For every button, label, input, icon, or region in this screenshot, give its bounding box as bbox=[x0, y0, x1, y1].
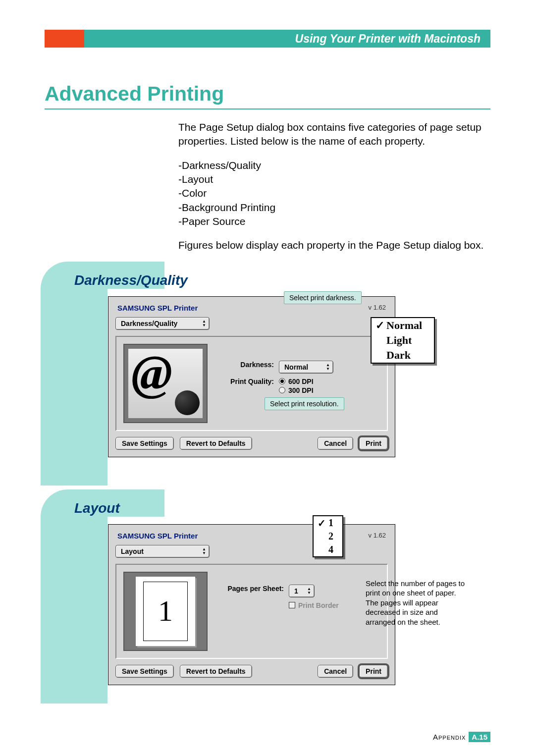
darkness-combo[interactable]: Normal ▲▼ bbox=[279, 361, 333, 374]
header-accent bbox=[45, 30, 84, 48]
preview-image: @ bbox=[123, 344, 208, 423]
cancel-button[interactable]: Cancel bbox=[318, 437, 353, 450]
pages-per-sheet-combo[interactable]: 1 ▲▼ bbox=[289, 585, 315, 597]
print-border-label: Print Border bbox=[298, 601, 339, 609]
dropdown-item-light[interactable]: Light bbox=[372, 333, 434, 348]
dialog-title: SAMSUNG SPL Printer bbox=[117, 532, 198, 540]
section-decor-side bbox=[41, 515, 107, 703]
dropdown-item-1[interactable]: 1 bbox=[314, 516, 342, 530]
revert-defaults-button[interactable]: Revert to Defaults bbox=[180, 437, 252, 450]
save-settings-button[interactable]: Save Settings bbox=[115, 437, 174, 450]
section-heading-darkness: Darkness/Quality bbox=[74, 272, 490, 288]
dropdown-item-2[interactable]: 2 bbox=[314, 530, 342, 543]
pages-per-sheet-label: Pages per Sheet: bbox=[214, 585, 284, 593]
intro-item: -Darkness/Quality bbox=[178, 159, 490, 172]
dialog-version: v 1.62 bbox=[369, 532, 386, 540]
revert-defaults-button[interactable]: Revert to Defaults bbox=[180, 665, 252, 678]
side-note-pages: Select the number of pages to print on o… bbox=[366, 579, 467, 627]
print-border-checkbox[interactable]: Print Border bbox=[289, 601, 339, 609]
radio-icon bbox=[279, 387, 285, 393]
chevron-updown-icon: ▲▼ bbox=[202, 547, 206, 555]
footer-page: 15 bbox=[479, 733, 487, 741]
darkness-dropdown-menu[interactable]: Normal Light Dark bbox=[371, 317, 435, 364]
checkbox-icon bbox=[289, 602, 295, 608]
cancel-button[interactable]: Cancel bbox=[318, 665, 353, 678]
intro-p1: The Page Setup dialog box contains five … bbox=[178, 120, 490, 149]
tab-selector-value: Darkness/Quality bbox=[121, 320, 177, 327]
pages-dropdown-menu[interactable]: 1 2 4 bbox=[313, 515, 343, 557]
intro-item: -Background Printing bbox=[178, 201, 490, 215]
section-decor-side bbox=[41, 287, 107, 486]
callout-text: Select print darkness. bbox=[289, 294, 356, 302]
dropdown-item-normal[interactable]: Normal bbox=[372, 318, 434, 333]
radio-icon bbox=[279, 378, 285, 384]
callout-text: Select print resolution. bbox=[270, 400, 339, 408]
flower-icon bbox=[175, 390, 200, 415]
dialog-layout: SAMSUNG SPL Printer v 1.62 Layout ▲▼ 1 bbox=[108, 524, 395, 685]
callout-resolution: Select print resolution. bbox=[265, 397, 344, 410]
darkness-value: Normal bbox=[284, 363, 308, 371]
intro-text: The Page Setup dialog box contains five … bbox=[178, 120, 490, 253]
section-heading-layout: Layout bbox=[74, 500, 490, 516]
intro-item: -Layout bbox=[178, 172, 490, 186]
dialog-title: SAMSUNG SPL Printer bbox=[117, 304, 198, 312]
quality-label: Print Quality: bbox=[214, 378, 274, 385]
tab-selector-value: Layout bbox=[121, 547, 144, 555]
radio-300dpi[interactable]: 300 DPI bbox=[279, 386, 314, 394]
radio-label: 600 DPI bbox=[288, 378, 314, 385]
chevron-updown-icon: ▲▼ bbox=[326, 363, 330, 371]
darkness-label: Darkness: bbox=[214, 361, 274, 369]
intro-p2: Figures below display each property in t… bbox=[178, 238, 490, 252]
tab-selector[interactable]: Darkness/Quality ▲▼ bbox=[115, 317, 210, 330]
footer-page-badge: A.15 bbox=[469, 732, 490, 742]
intro-item: -Paper Source bbox=[178, 215, 490, 228]
radio-label: 300 DPI bbox=[288, 386, 314, 394]
print-button[interactable]: Print bbox=[359, 437, 388, 450]
page-title: Advanced Printing bbox=[45, 82, 490, 109]
layout-preview-number: 1 bbox=[143, 582, 188, 641]
dropdown-item-dark[interactable]: Dark bbox=[372, 348, 434, 363]
dialog-darkness-quality: SAMSUNG SPL Printer v 1.62 Darkness/Qual… bbox=[108, 296, 395, 457]
footer: Appendix A.15 bbox=[433, 732, 490, 742]
intro-item: -Color bbox=[178, 186, 490, 200]
tab-selector[interactable]: Layout ▲▼ bbox=[115, 545, 210, 558]
pages-per-sheet-value: 1 bbox=[294, 587, 298, 595]
callout-darkness: Select print darkness. bbox=[284, 291, 362, 304]
footer-appendix: Appendix bbox=[433, 733, 466, 741]
dialog-version: v 1.62 bbox=[369, 304, 386, 312]
at-sign-icon: @ bbox=[131, 349, 172, 401]
header-title: Using Your Printer with Macintosh bbox=[84, 30, 490, 48]
dropdown-item-4[interactable]: 4 bbox=[314, 543, 342, 556]
save-settings-button[interactable]: Save Settings bbox=[115, 665, 174, 678]
chevron-updown-icon: ▲▼ bbox=[202, 320, 206, 327]
layout-preview: 1 bbox=[123, 572, 208, 651]
chevron-updown-icon: ▲▼ bbox=[307, 587, 311, 594]
intro-list: -Darkness/Quality -Layout -Color -Backgr… bbox=[178, 159, 490, 229]
footer-prefix: A. bbox=[472, 733, 479, 741]
radio-600dpi[interactable]: 600 DPI bbox=[279, 378, 314, 385]
header-band: Using Your Printer with Macintosh bbox=[45, 30, 490, 48]
print-button[interactable]: Print bbox=[359, 665, 388, 678]
